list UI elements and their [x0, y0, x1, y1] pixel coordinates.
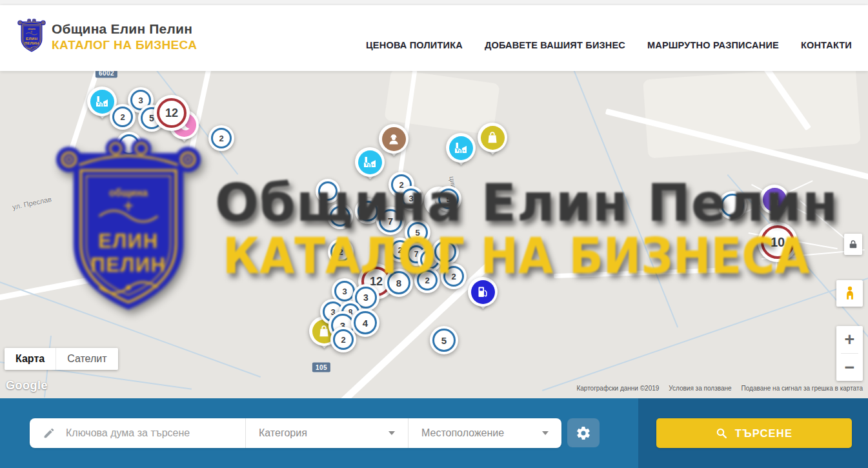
cluster-count: 2	[398, 245, 402, 255]
chevron-down-icon	[542, 431, 549, 435]
search-field-group: Категория Местоположение	[30, 418, 561, 448]
cluster-count: 5	[446, 194, 450, 204]
cluster-count: 2	[425, 276, 429, 285]
cluster-count: 2	[451, 272, 456, 281]
cluster-marker[interactable]: 2	[330, 327, 356, 352]
factory-icon	[453, 140, 469, 156]
attribution-report-error[interactable]: Подаване на сигнал за грешка в картата	[742, 385, 863, 392]
worker-pin[interactable]	[379, 124, 409, 164]
cluster-ring	[318, 181, 338, 201]
cluster-marker[interactable]: 12	[154, 95, 190, 131]
pin-body	[760, 185, 789, 214]
category-dropdown-label: Категория	[259, 427, 307, 439]
cluster-marker[interactable]: 2	[110, 104, 136, 130]
road-badge: 6002	[96, 71, 117, 78]
search-bar: Категория Местоположение ТЪРСЕНЕ	[0, 398, 868, 468]
shopping-bag-pin[interactable]	[478, 123, 507, 163]
fuel-pin[interactable]	[468, 277, 498, 317]
cluster-marker[interactable]: 10	[758, 222, 798, 262]
category-dropdown[interactable]: Категория	[245, 418, 408, 448]
cluster-count: 8	[396, 278, 401, 289]
cluster-marker[interactable]: 2	[328, 239, 354, 265]
cluster-count: 4	[363, 318, 368, 329]
road-line	[542, 276, 868, 391]
cluster-marker[interactable]: 3	[399, 186, 423, 210]
search-icon	[716, 427, 728, 440]
watermark-subtitle: КАТАЛОГ НА БИЗНЕСА	[223, 227, 810, 285]
cluster-marker[interactable]: 5	[430, 326, 458, 354]
lock-icon	[847, 238, 859, 251]
worker-icon	[386, 131, 401, 147]
location-dropdown[interactable]: Местоположение	[408, 418, 561, 448]
cluster-count: 7	[388, 216, 393, 227]
site-title: Община Елин Пелин	[52, 21, 197, 37]
pin-circle	[763, 188, 787, 212]
nav-item-pricing[interactable]: ЦЕНОВА ПОЛИТИКА	[366, 40, 463, 50]
cluster-marker[interactable]: 2	[441, 263, 467, 289]
road-badge: 105	[312, 363, 330, 372]
cluster-count: 3	[342, 287, 347, 296]
cluster-count: 4	[338, 212, 342, 221]
cluster-count: 8	[427, 255, 432, 265]
keyword-input[interactable]	[65, 427, 222, 440]
cluster-marker[interactable]: 4	[432, 238, 459, 265]
cluster-marker[interactable]: 8	[385, 269, 413, 297]
cluster-marker[interactable]	[116, 132, 142, 158]
map-type-control: Карта Сателит	[5, 348, 118, 370]
attribution-terms[interactable]: Условия за ползване	[669, 385, 731, 392]
cluster-marker[interactable]	[316, 179, 340, 203]
pin-circle	[471, 280, 495, 304]
nav-item-contacts[interactable]: КОНТАКТИ	[801, 40, 852, 50]
cluster-count: 2	[120, 112, 125, 122]
gear-icon	[576, 425, 591, 441]
site-logo[interactable]: Община Елин Пелин КАТАЛОГ НА БИЗНЕСА	[17, 12, 197, 61]
watermark-crest-icon	[55, 137, 202, 326]
search-button[interactable]: ТЪРСЕНЕ	[656, 418, 852, 448]
zoom-in-button[interactable]: +	[836, 326, 863, 353]
street-label: ул. Преслав	[12, 195, 52, 211]
road-line	[800, 200, 850, 243]
church-pin[interactable]	[760, 185, 789, 225]
factory-icon	[362, 154, 378, 170]
cluster-marker[interactable]: 4	[327, 203, 353, 229]
cluster-marker[interactable]: 2	[208, 125, 234, 151]
cluster-marker[interactable]	[718, 191, 747, 219]
lock-button[interactable]	[844, 234, 862, 255]
map-type-satellite-button[interactable]: Сателит	[56, 348, 117, 370]
pin-body	[446, 133, 476, 163]
factory-icon	[94, 94, 110, 109]
cluster-count: 5	[441, 335, 447, 346]
cluster-marker[interactable]: 2	[414, 267, 440, 293]
cluster-count: 4	[443, 247, 448, 257]
cluster-count: 2	[341, 335, 345, 345]
road-line	[0, 263, 165, 304]
cluster-ring	[119, 134, 139, 155]
map-type-map-button[interactable]: Карта	[5, 348, 56, 370]
page: Община Елин Пелин КАТАЛОГ НА БИЗНЕСА ЦЕН…	[0, 0, 868, 468]
location-dropdown-label: Местоположение	[421, 427, 504, 439]
cluster-count: 2	[219, 134, 223, 143]
municipality-crest-icon	[17, 12, 46, 61]
cluster-marker[interactable]: 4	[351, 309, 379, 337]
cluster-count: 2	[338, 247, 343, 257]
google-logo[interactable]: Google	[6, 379, 48, 392]
cluster-marker[interactable]: 7	[376, 207, 405, 235]
pin-body	[468, 277, 498, 307]
cluster-count: 12	[165, 107, 178, 120]
chevron-down-icon	[389, 431, 395, 435]
nav-item-transport-schedule[interactable]: МАРШРУТНО РАЗПИСАНИЕ	[647, 40, 779, 50]
advanced-settings-button[interactable]	[567, 418, 600, 447]
nav-item-add-business[interactable]: ДОБАВЕТЕ ВАШИЯТ БИЗНЕС	[485, 40, 625, 50]
zoom-out-button[interactable]: −	[836, 354, 863, 381]
pegman-button[interactable]	[836, 280, 863, 307]
pencil-icon	[43, 427, 56, 440]
map-canvas[interactable]: ул. Преславбул. „Новоселции6002105 32512…	[0, 71, 868, 398]
cluster-count: 10	[771, 235, 785, 250]
attribution-map-data[interactable]: Картографски данни ©2019	[576, 385, 659, 392]
cluster-count: 3	[363, 292, 368, 303]
factory-pin[interactable]	[446, 133, 476, 173]
cluster-marker[interactable]: 5	[436, 186, 461, 212]
pin-body	[478, 123, 507, 152]
cluster-count: 5	[415, 228, 419, 238]
zoom-control: + −	[836, 326, 863, 381]
